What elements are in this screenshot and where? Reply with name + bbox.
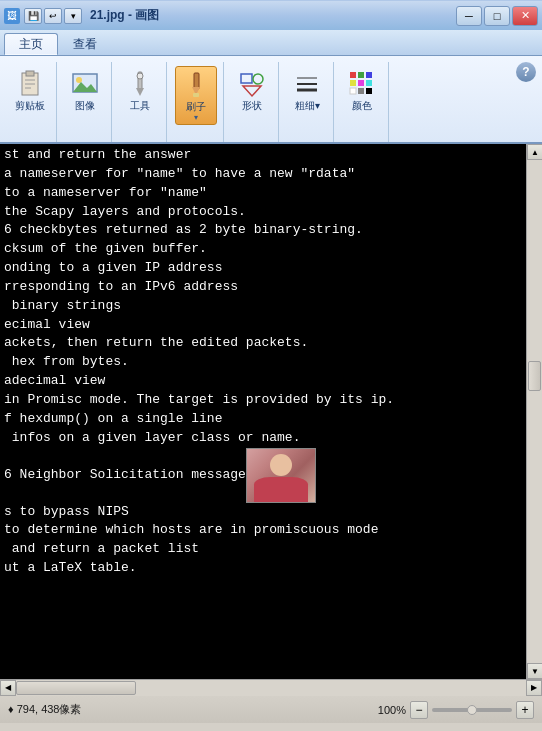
- inline-image: [246, 448, 316, 503]
- title-bar-left: 🖼 💾 ↩ ▾ 21.jpg - 画图: [4, 7, 159, 24]
- brush-dropdown: ▾: [194, 113, 198, 122]
- size-label: 粗细▾: [295, 100, 320, 112]
- scroll-down-arrow[interactable]: ▼: [527, 663, 542, 679]
- minimize-button[interactable]: ─: [456, 6, 482, 26]
- text-line: ut a LaTeX table.: [4, 559, 522, 578]
- brush-btn[interactable]: 刷子 ▾: [175, 66, 217, 125]
- zoom-percent: 100%: [378, 704, 406, 716]
- svg-rect-13: [193, 93, 199, 97]
- zoom-out-button[interactable]: −: [410, 701, 428, 719]
- shapes-icon: [236, 68, 268, 100]
- text-line: the Scapy layers and protocols.: [4, 203, 522, 222]
- svg-rect-22: [366, 72, 372, 78]
- clipboard-icon: [14, 68, 46, 100]
- ribbon-tabs: 主页 查看: [0, 30, 542, 56]
- shapes-btn[interactable]: 形状: [232, 66, 272, 114]
- scroll-up-arrow[interactable]: ▲: [527, 144, 542, 160]
- clipboard-label: 剪贴板: [15, 100, 45, 112]
- svg-rect-28: [366, 88, 372, 94]
- group-shapes: 形状: [226, 62, 279, 142]
- text-line: hex from bytes.: [4, 353, 522, 372]
- svg-point-10: [137, 73, 143, 79]
- text-line: f hexdump() on a single line: [4, 410, 522, 429]
- text-line: adecimal view: [4, 372, 522, 391]
- color-label: 颜色: [352, 100, 372, 112]
- svg-marker-9: [136, 88, 144, 96]
- app-icon: 🖼: [4, 8, 20, 24]
- group-tools: 工具: [114, 62, 167, 142]
- image-label: 图像: [75, 100, 95, 112]
- quick-undo[interactable]: ↩: [44, 8, 62, 24]
- tools-btn[interactable]: 工具: [120, 66, 160, 114]
- ribbon: 剪贴板 图像: [0, 56, 542, 144]
- zoom-slider[interactable]: [432, 708, 512, 712]
- group-brush: 刷子 ▾: [169, 62, 224, 142]
- tools-label: 工具: [130, 100, 150, 112]
- zoom-slider-thumb: [467, 705, 477, 715]
- size-icon: [291, 68, 323, 100]
- tab-home[interactable]: 主页: [4, 33, 58, 55]
- group-color: 颜色: [336, 62, 389, 142]
- group-size: 粗细▾: [281, 62, 334, 142]
- svg-rect-20: [350, 72, 356, 78]
- help-button[interactable]: ?: [516, 62, 536, 82]
- quick-save[interactable]: 💾: [24, 8, 42, 24]
- window-title: 21.jpg - 画图: [90, 7, 159, 24]
- text-line: a nameserver for "name" to have a new "r…: [4, 165, 522, 184]
- maximize-button[interactable]: □: [484, 6, 510, 26]
- hscroll-track[interactable]: [16, 680, 526, 696]
- group-image: 图像: [59, 62, 112, 142]
- main-area: st and return the answera nameserver for…: [0, 144, 542, 679]
- color-btn[interactable]: 颜色: [342, 66, 382, 114]
- vertical-scrollbar[interactable]: ▲ ▼: [526, 144, 542, 679]
- quick-dropdown[interactable]: ▾: [64, 8, 82, 24]
- group-image-items: 图像: [65, 66, 105, 142]
- clipboard-btn[interactable]: 剪贴板: [10, 66, 50, 114]
- close-button[interactable]: ✕: [512, 6, 538, 26]
- text-line: to a nameserver for "name": [4, 184, 522, 203]
- group-brush-items: 刷子 ▾: [175, 66, 217, 142]
- text-line: 6 Neighbor Solicitation message: [4, 448, 522, 503]
- group-tools-items: 工具: [120, 66, 160, 142]
- tab-view[interactable]: 查看: [58, 33, 112, 55]
- svg-rect-23: [350, 80, 356, 86]
- text-line: to determine which hosts are in promiscu…: [4, 521, 522, 540]
- hscroll-left-arrow[interactable]: ◀: [0, 680, 16, 696]
- text-line: ecimal view: [4, 316, 522, 335]
- svg-rect-26: [350, 88, 356, 94]
- text-line: infos on a given layer class or name.: [4, 429, 522, 448]
- svg-point-15: [253, 74, 263, 84]
- hscroll-right-arrow[interactable]: ▶: [526, 680, 542, 696]
- status-zoom: 100% − +: [378, 701, 534, 719]
- svg-rect-25: [366, 80, 372, 86]
- text-content: st and return the answera nameserver for…: [0, 144, 526, 679]
- horizontal-scrollbar[interactable]: ◀ ▶: [0, 679, 542, 695]
- group-clipboard: 剪贴板: [4, 62, 57, 142]
- scroll-thumb[interactable]: [528, 361, 541, 391]
- text-line: st and return the answer: [4, 146, 522, 165]
- svg-rect-14: [241, 74, 252, 83]
- image-btn[interactable]: 图像: [65, 66, 105, 114]
- text-line: binary strings: [4, 297, 522, 316]
- tools-icon: [124, 68, 156, 100]
- status-bar: ♦ 794, 438像素 100% − +: [0, 695, 542, 723]
- svg-rect-24: [358, 80, 364, 86]
- text-line: s to bypass NIPS: [4, 503, 522, 522]
- svg-marker-16: [243, 86, 261, 96]
- scroll-track[interactable]: [527, 160, 542, 663]
- zoom-in-button[interactable]: +: [516, 701, 534, 719]
- text-line: rresponding to an IPv6 address: [4, 278, 522, 297]
- group-shapes-items: 形状: [232, 66, 272, 142]
- shapes-label: 形状: [242, 100, 262, 112]
- color-icon: [346, 68, 378, 100]
- text-line: 6 checkbytes returned as 2 byte binary-s…: [4, 221, 522, 240]
- quick-access: 💾 ↩ ▾: [24, 8, 82, 24]
- group-color-items: 颜色: [342, 66, 382, 142]
- text-line: cksum of the given buffer.: [4, 240, 522, 259]
- size-btn[interactable]: 粗细▾: [287, 66, 327, 114]
- text-line: onding to a given IP address: [4, 259, 522, 278]
- group-clipboard-items: 剪贴板: [10, 66, 50, 142]
- svg-rect-11: [194, 73, 199, 89]
- brush-label: 刷子: [186, 101, 206, 113]
- hscroll-thumb[interactable]: [16, 681, 136, 695]
